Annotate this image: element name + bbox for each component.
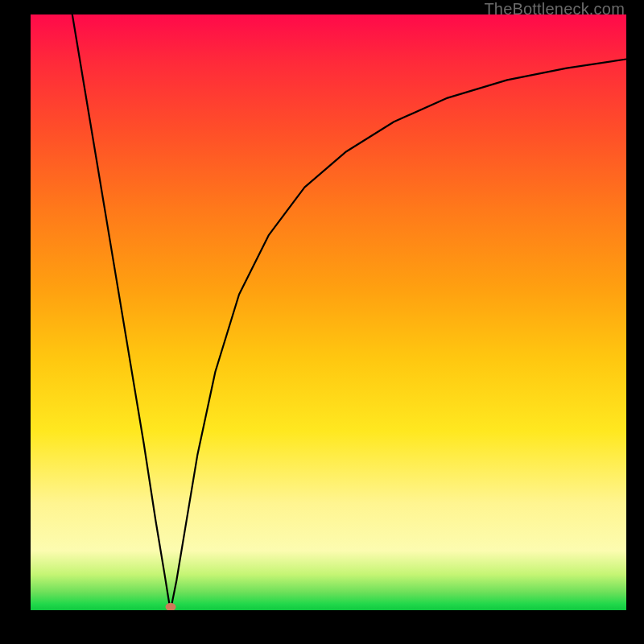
curve-svg <box>31 14 626 610</box>
minimum-marker <box>165 603 175 610</box>
bottleneck-curve <box>72 14 626 605</box>
attribution-text: TheBottleneck.com <box>484 0 625 19</box>
plot-area <box>31 14 626 610</box>
chart-frame: TheBottleneck.com <box>0 0 644 644</box>
